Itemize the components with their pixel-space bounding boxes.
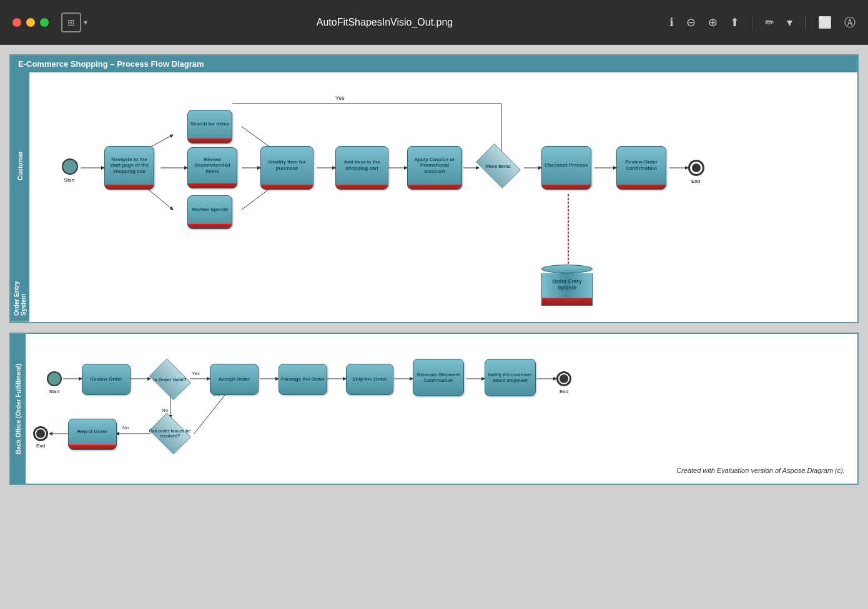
share2-icon[interactable]: Ⓐ <box>844 15 856 30</box>
start-node <box>62 158 78 175</box>
special-shape: Review Special <box>187 195 232 229</box>
end3-node <box>33 426 48 441</box>
zoom-in-icon[interactable]: ⊕ <box>708 16 718 29</box>
diagram2-arrows: Yes No Yes <box>26 334 857 484</box>
window-title: AutoFitShapesInVisio_Out.png <box>100 17 669 28</box>
recommended-shape: Review Recommended Items <box>187 147 237 188</box>
edit-icon[interactable]: ✏ <box>765 16 774 29</box>
watermark: Created with Evaluation version of Aspos… <box>676 467 845 474</box>
window-chevron-icon[interactable]: ▾ <box>84 18 87 27</box>
info-icon[interactable]: ℹ <box>669 16 674 29</box>
identify-shape: Identify Item for purchase <box>260 146 313 190</box>
maximize-button[interactable] <box>40 18 49 27</box>
svg-text:No: No <box>122 425 129 431</box>
backoffice-diagram: Back Office (Order Fulfillment) Yes <box>9 333 859 485</box>
svg-text:Yes: Yes <box>335 95 345 101</box>
close-button[interactable] <box>12 18 21 27</box>
start-label: Start <box>58 177 81 183</box>
search-shape: Search for items <box>187 110 232 144</box>
end1-node <box>688 160 704 176</box>
is-valid-shape: Is Order Valid? <box>148 364 192 395</box>
package-shape: Package the Order <box>279 364 327 395</box>
end3-label: End <box>29 443 52 449</box>
review-order2-shape: Review Order <box>82 364 131 395</box>
start2-node <box>47 371 62 386</box>
main-content: E-Commerce Shopping – Process Flow Diagr… <box>0 45 868 609</box>
checkout-shape: Checkout Process <box>541 146 591 190</box>
ecommerce-diagram: E-Commerce Shopping – Process Flow Diagr… <box>9 54 859 323</box>
zoom-out-icon[interactable]: ⊖ <box>686 16 696 29</box>
reject-shape: Reject Order <box>68 419 117 450</box>
ship-shape: Ship the Order <box>346 364 393 395</box>
divider <box>752 15 752 30</box>
review-confirmation-shape: Review Order Confirmation <box>616 146 666 190</box>
backoffice-lane-label: Back Office (Order Fulfillment) <box>11 334 26 484</box>
svg-text:No: No <box>162 407 169 413</box>
share-icon[interactable]: ⬆ <box>730 16 739 29</box>
can-resolve-shape: Can order issues be resolved? <box>148 418 192 449</box>
generate-shape: Generate Shipment Confirmation <box>413 359 464 396</box>
more-items-shape: More Items <box>476 150 520 182</box>
diagram2-content: Back Office (Order Fulfillment) Yes <box>11 334 857 484</box>
toolbar-icons: ℹ ⊖ ⊕ ⬆ ✏ ▾ ⬜ Ⓐ <box>669 15 856 30</box>
end2-node <box>556 371 571 386</box>
svg-text:Yes: Yes <box>192 371 200 376</box>
arrows-svg: Yes <box>29 72 857 322</box>
order-entry-shape: Order EntrySystem <box>541 265 593 306</box>
diagram2-drawing: Yes No Yes <box>26 334 857 484</box>
fullscreen-icon[interactable]: ⬜ <box>818 16 832 29</box>
divider2 <box>805 15 806 30</box>
end1-label: End <box>684 178 708 184</box>
navigate-shape: Navigate to the start page of the shoppi… <box>104 146 154 190</box>
notify-shape: Notify the customer about shipment <box>485 359 536 396</box>
end2-label: End <box>552 389 576 394</box>
diagram1-content: Customer Order Entry System <box>11 72 857 322</box>
diagram1-drawing: Yes <box>29 72 857 322</box>
diagram1-title: E-Commerce Shopping – Process Flow Diagr… <box>11 56 857 72</box>
customer-lane-label: Customer <box>11 72 29 260</box>
window-icon: ⊞ <box>61 12 81 32</box>
titlebar: ⊞ ▾ AutoFitShapesInVisio_Out.png ℹ ⊖ ⊕ ⬆… <box>0 0 868 45</box>
chevron-down-icon[interactable]: ▾ <box>787 16 792 29</box>
coupon-shape: Apply Coupon or Promotional discount <box>407 146 462 190</box>
order-entry-lane-label: Order Entry System <box>11 260 29 322</box>
minimize-button[interactable] <box>26 18 35 27</box>
start2-label: Start <box>43 389 66 394</box>
accept-order-shape: Accept Order <box>210 364 259 395</box>
traffic-lights <box>12 18 49 27</box>
add-cart-shape: Add item to the shopping cart <box>335 146 388 190</box>
